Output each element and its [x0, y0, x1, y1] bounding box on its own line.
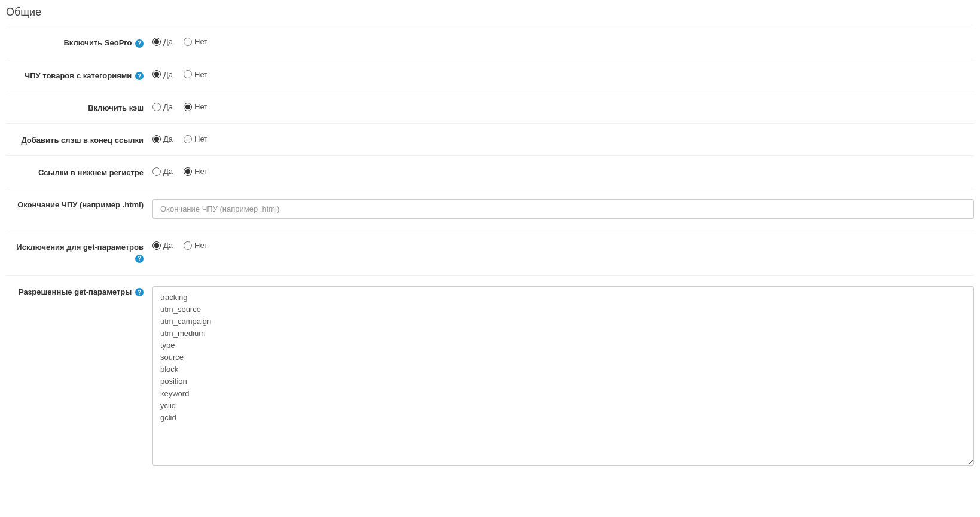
radio-no-input[interactable] [184, 241, 192, 250]
radio-yes[interactable]: Да [152, 37, 173, 46]
radio-yes-label: Да [163, 134, 173, 143]
label-get-param-exceptions: Исключения для get-параметров ? [6, 241, 152, 264]
radio-yes[interactable]: Да [152, 134, 173, 143]
radio-yes-input[interactable] [152, 70, 161, 78]
allowed-get-params-textarea[interactable] [152, 286, 974, 466]
section-title: Общие [6, 0, 974, 26]
help-icon[interactable]: ? [135, 72, 144, 80]
radio-no-input[interactable] [184, 135, 192, 143]
radio-no-label: Нет [194, 37, 207, 46]
row-product-urls-categories: ЧПУ товаров с категориями ? Да Нет [6, 59, 974, 92]
radio-no-input[interactable] [184, 70, 192, 78]
radio-no[interactable]: Нет [184, 134, 207, 143]
radio-no[interactable]: Нет [184, 167, 207, 176]
help-icon[interactable]: ? [135, 39, 144, 48]
radio-no-label: Нет [194, 102, 207, 111]
radio-no-label: Нет [194, 134, 207, 143]
radio-no-input[interactable] [184, 103, 192, 111]
radio-no-label: Нет [194, 70, 207, 79]
row-trailing-slash: Добавить слэш в конец ссылки Да Нет [6, 124, 974, 156]
radio-yes[interactable]: Да [152, 70, 173, 79]
radio-yes-label: Да [163, 167, 173, 176]
radio-no-label: Нет [194, 241, 207, 250]
radio-yes-label: Да [163, 37, 173, 46]
radio-no-input[interactable] [184, 167, 192, 176]
radio-yes-input[interactable] [152, 135, 161, 143]
label-enable-cache: Включить кэш [6, 102, 152, 112]
radio-yes-input[interactable] [152, 241, 161, 250]
row-allowed-get-params: Разрешенные get-параметры ? [6, 276, 974, 478]
row-enable-cache: Включить кэш Да Нет [6, 91, 974, 124]
radio-yes-input[interactable] [152, 103, 161, 111]
label-enable-seopro: Включить SeoPro ? [6, 37, 152, 48]
radio-yes-input[interactable] [152, 38, 161, 46]
radio-no[interactable]: Нет [184, 70, 207, 79]
row-url-ending: Окончание ЧПУ (например .html) [6, 188, 974, 230]
radio-no-label: Нет [194, 167, 207, 176]
radio-no-input[interactable] [184, 38, 192, 46]
label-trailing-slash: Добавить слэш в конец ссылки [6, 134, 152, 145]
radio-no[interactable]: Нет [184, 37, 207, 46]
radio-yes-input[interactable] [152, 167, 161, 176]
radio-yes-label: Да [163, 241, 173, 250]
radio-no[interactable]: Нет [184, 241, 207, 250]
label-lowercase-urls: Ссылки в нижнем регистре [6, 167, 152, 177]
radio-yes-label: Да [163, 70, 173, 79]
url-ending-input[interactable] [152, 199, 974, 219]
radio-yes[interactable]: Да [152, 102, 173, 111]
help-icon[interactable]: ? [135, 288, 144, 296]
label-allowed-get-params: Разрешенные get-параметры ? [6, 286, 152, 297]
row-lowercase-urls: Ссылки в нижнем регистре Да Нет [6, 156, 974, 188]
label-url-ending: Окончание ЧПУ (например .html) [6, 199, 152, 209]
row-get-param-exceptions: Исключения для get-параметров ? Да Нет [6, 230, 974, 275]
help-icon[interactable]: ? [135, 255, 144, 263]
row-enable-seopro: Включить SeoPro ? Да Нет [6, 26, 974, 59]
radio-yes[interactable]: Да [152, 167, 173, 176]
radio-yes-label: Да [163, 102, 173, 111]
radio-yes[interactable]: Да [152, 241, 173, 250]
label-product-urls-categories: ЧПУ товаров с категориями ? [6, 70, 152, 81]
radio-no[interactable]: Нет [184, 102, 207, 111]
